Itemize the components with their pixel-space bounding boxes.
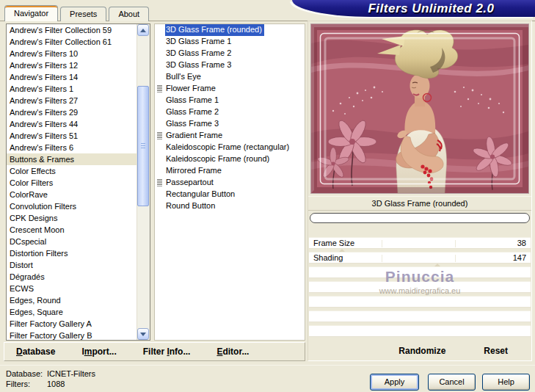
- category-item[interactable]: Distortion Filters: [7, 247, 137, 259]
- param-slider-empty: [309, 311, 531, 322]
- toolbar-database[interactable]: Database: [16, 346, 55, 357]
- filter-item[interactable]: Mirrored Frame: [155, 165, 305, 177]
- filter-item[interactable]: Glass Frame 2: [155, 106, 305, 118]
- preset-marker-icon: [157, 179, 162, 186]
- action-row: Randomize Reset: [308, 341, 531, 360]
- filters-unlimited-window: Navigator Presets About Filters Unlimite…: [0, 0, 535, 392]
- filter-item[interactable]: Glass Frame 1: [155, 95, 305, 106]
- category-item[interactable]: Filter Factory Gallery B: [7, 330, 137, 340]
- preset-marker-icon: [157, 85, 162, 92]
- filter-item[interactable]: Rectangular Button: [155, 189, 305, 200]
- database-label: Database:: [6, 369, 47, 378]
- filter-item[interactable]: Kaleidoscopic Frame (round): [155, 153, 305, 165]
- category-item[interactable]: Filter Factory Gallery A: [7, 318, 137, 330]
- category-list: Andrew's Filter Collection 59Andrew's Fi…: [6, 23, 150, 341]
- toolbar-import[interactable]: Import...: [81, 346, 116, 357]
- filter-list: 3D Glass Frame (rounded)3D Glass Frame 1…: [154, 23, 305, 341]
- progress-bar: [310, 213, 530, 223]
- filter-item[interactable]: Gradient Frame: [155, 130, 305, 142]
- param-value: 147: [513, 253, 526, 263]
- filter-item-label: 3D Glass Frame 2: [165, 48, 233, 59]
- filter-item-label: Kaleidoscopic Frame (round): [165, 153, 272, 165]
- param-label: Frame Size: [313, 238, 354, 248]
- category-scrollbar[interactable]: [137, 24, 150, 340]
- category-item[interactable]: ECWS: [7, 283, 137, 294]
- filter-item[interactable]: 3D Glass Frame (rounded): [155, 24, 305, 36]
- category-item[interactable]: Andrew's Filter Collection 61: [7, 36, 137, 48]
- preview-image[interactable]: [311, 24, 528, 193]
- reset-button[interactable]: Reset: [484, 346, 508, 356]
- param-slider-empty: [309, 266, 531, 278]
- tab-presets[interactable]: Presets: [60, 7, 106, 21]
- category-item[interactable]: DCspecial: [7, 236, 137, 247]
- filter-item-label: 3D Glass Frame 3: [165, 59, 233, 71]
- help-button[interactable]: Help: [482, 374, 530, 391]
- category-item[interactable]: Distort: [7, 259, 137, 271]
- scrollbar-thumb[interactable]: [137, 86, 149, 206]
- filter-item-label: Glass Frame 1: [165, 95, 221, 106]
- toolbar-filter-info[interactable]: Filter Info...: [143, 346, 191, 357]
- filter-item[interactable]: Flower Frame: [155, 83, 305, 95]
- category-item[interactable]: Andrew's Filters 51: [7, 130, 137, 142]
- filters-label: Filters:: [6, 380, 47, 388]
- param-slider-empty: [309, 281, 531, 293]
- param-slider[interactable]: Shading147: [309, 252, 531, 264]
- category-item[interactable]: Andrew's Filters 1: [7, 83, 137, 95]
- category-item[interactable]: Andrew's Filters 12: [7, 59, 137, 71]
- apply-button[interactable]: Apply: [370, 374, 419, 391]
- filter-item-label: 3D Glass Frame 1: [165, 36, 233, 48]
- filter-item-label: Round Button: [165, 200, 217, 212]
- filter-item-label: Rectangular Button: [165, 189, 237, 200]
- filter-item-label: Mirrored Frame: [165, 165, 224, 177]
- cancel-button[interactable]: Cancel: [428, 374, 476, 391]
- filters-value: 1088: [47, 380, 95, 388]
- database-status: Database: ICNET-Filters Filters: 1088: [6, 369, 95, 388]
- preview-panel: 3D Glass Frame (rounded) Frame Size38Sha…: [307, 21, 532, 361]
- filter-item[interactable]: Bull's Eye: [155, 71, 305, 83]
- category-item[interactable]: Andrew's Filter Collection 59: [7, 24, 137, 36]
- filter-item-label: Flower Frame: [165, 83, 218, 95]
- database-value: ICNET-Filters: [47, 369, 95, 378]
- randomize-button[interactable]: Randomize: [398, 346, 445, 356]
- category-item[interactable]: ColorRave: [7, 189, 137, 200]
- category-item[interactable]: Andrew's Filters 14: [7, 71, 137, 83]
- category-item[interactable]: Andrew's Filters 6: [7, 142, 137, 153]
- filter-item[interactable]: Round Button: [155, 200, 305, 212]
- chevron-up-icon: [140, 29, 146, 32]
- category-item[interactable]: Andrew's Filters 29: [7, 106, 137, 118]
- tab-about[interactable]: About: [109, 7, 149, 21]
- filter-item[interactable]: 3D Glass Frame 2: [155, 48, 305, 59]
- category-item[interactable]: Edges, Round: [7, 294, 137, 306]
- filter-item-label: 3D Glass Frame (rounded): [165, 24, 264, 36]
- filter-item[interactable]: 3D Glass Frame 1: [155, 36, 305, 48]
- filter-item[interactable]: 3D Glass Frame 3: [155, 59, 305, 71]
- filter-item[interactable]: Kaleidoscopic Frame (rectangular): [155, 142, 305, 153]
- filter-item-label: Bull's Eye: [165, 71, 203, 83]
- category-item[interactable]: Andrew's Filters 10: [7, 48, 137, 59]
- tab-navigator[interactable]: Navigator: [4, 5, 58, 21]
- category-item[interactable]: Crescent Moon: [7, 224, 137, 236]
- parameter-sliders: Frame Size38Shading147: [308, 237, 531, 337]
- param-value: 38: [517, 238, 526, 248]
- category-item[interactable]: Buttons & Frames: [7, 153, 137, 165]
- filter-item-label: Glass Frame 3: [165, 118, 221, 130]
- category-item[interactable]: Color Effects: [7, 165, 137, 177]
- chevron-down-icon: [140, 333, 146, 336]
- category-item[interactable]: Andrew's Filters 44: [7, 118, 137, 130]
- filter-item[interactable]: Passepartout: [155, 177, 305, 189]
- category-item[interactable]: CPK Designs: [7, 212, 137, 224]
- filter-item-label: Gradient Frame: [165, 130, 225, 142]
- category-item[interactable]: Andrew's Filters 27: [7, 95, 137, 106]
- bottom-toolbar: DatabaseImport...Filter Info...Editor...: [4, 342, 305, 361]
- param-slider-empty: [309, 296, 531, 308]
- param-label: Shading: [313, 253, 343, 263]
- filter-item[interactable]: Glass Frame 3: [155, 118, 305, 130]
- toolbar-editor[interactable]: Editor...: [216, 346, 249, 357]
- scroll-up-button[interactable]: [137, 24, 149, 36]
- param-slider[interactable]: Frame Size38: [309, 237, 531, 249]
- category-item[interactable]: Dégradés: [7, 271, 137, 283]
- scroll-down-button[interactable]: [137, 328, 149, 340]
- category-item[interactable]: Color Filters: [7, 177, 137, 189]
- category-item[interactable]: Edges, Square: [7, 306, 137, 318]
- category-item[interactable]: Convolution Filters: [7, 200, 137, 212]
